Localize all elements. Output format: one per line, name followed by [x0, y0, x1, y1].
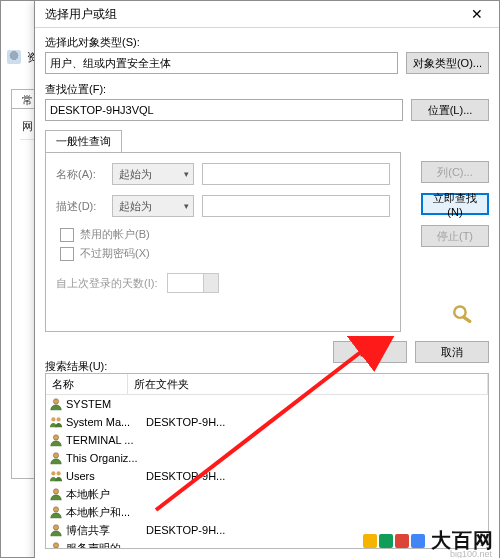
result-folder: DESKTOP-9H...: [146, 416, 486, 428]
close-button[interactable]: ✕: [457, 2, 497, 26]
result-folder: DESKTOP-9H...: [146, 470, 486, 482]
user-icon: [48, 451, 64, 465]
locations-button[interactable]: 位置(L)...: [411, 99, 489, 121]
find-now-button[interactable]: 立即查找(N): [421, 193, 489, 215]
user-icon: [48, 487, 64, 501]
results-body[interactable]: SYSTEMSystem Ma...DESKTOP-9H...TERMINAL …: [46, 395, 488, 549]
results-row[interactable]: UsersDESKTOP-9H...: [46, 467, 488, 485]
results-row[interactable]: System Ma...DESKTOP-9H...: [46, 413, 488, 431]
stop-button[interactable]: 停止(T): [421, 225, 489, 247]
results-row[interactable]: 本地帐户: [46, 485, 488, 503]
cancel-button[interactable]: 取消: [415, 341, 489, 363]
name-label: 名称(A):: [56, 167, 104, 182]
svg-point-5: [53, 435, 58, 440]
days-since-login-label: 自上次登录的天数(I):: [56, 276, 157, 291]
object-type-field[interactable]: [45, 52, 398, 74]
columns-button[interactable]: 列(C)...: [421, 161, 489, 183]
svg-point-3: [51, 417, 55, 421]
chevron-down-icon: ▾: [184, 201, 189, 211]
group-icon: [48, 415, 64, 429]
result-name: 本地帐户: [64, 487, 146, 502]
days-since-login-spinner[interactable]: [167, 273, 219, 293]
svg-point-7: [51, 471, 55, 475]
dialog-title: 选择用户或组: [45, 6, 457, 23]
result-name: SYSTEM: [64, 398, 146, 410]
disabled-accounts-label: 禁用的帐户(B): [80, 227, 150, 242]
result-name: This Organiz...: [64, 452, 146, 464]
svg-point-9: [53, 489, 58, 494]
chevron-down-icon: ▾: [184, 169, 189, 179]
svg-point-8: [57, 471, 61, 475]
select-user-or-group-dialog: 选择用户或组 ✕ 选择此对象类型(S): 对象类型(O)... 查找位置(F):…: [34, 0, 500, 558]
object-types-button[interactable]: 对象类型(O)...: [406, 52, 489, 74]
result-name: 博信共享: [64, 523, 146, 538]
tab-general-query[interactable]: 一般性查询: [45, 130, 122, 153]
location-label: 查找位置(F):: [45, 82, 489, 97]
query-tabs: 一般性查询: [45, 129, 489, 152]
user-icon: [48, 505, 64, 519]
watermark-logo: [363, 534, 425, 548]
never-expire-checkbox[interactable]: [60, 247, 74, 261]
result-name: System Ma...: [64, 416, 146, 428]
svg-point-4: [57, 417, 61, 421]
user-icon: [48, 397, 64, 411]
side-buttons: 列(C)... 立即查找(N) 停止(T): [421, 161, 489, 247]
user-icon: [48, 523, 64, 537]
location-field[interactable]: [45, 99, 403, 121]
watermark-url: big100.net: [450, 549, 492, 558]
column-header-name[interactable]: 名称: [46, 374, 128, 394]
result-name: 服务声明的...: [64, 541, 146, 550]
results-row[interactable]: SYSTEM: [46, 395, 488, 413]
result-name: TERMINAL ...: [64, 434, 146, 446]
object-type-label: 选择此对象类型(S):: [45, 35, 489, 50]
search-icon: [451, 303, 477, 321]
result-name: 本地帐户和...: [64, 505, 146, 520]
folder-icon: [7, 50, 21, 64]
description-mode-value: 起始为: [119, 199, 152, 214]
group-icon: [48, 469, 64, 483]
never-expire-label: 不过期密码(X): [80, 246, 150, 261]
results-list: 名称 所在文件夹 SYSTEMSystem Ma...DESKTOP-9H...…: [45, 373, 489, 549]
user-icon: [48, 433, 64, 447]
svg-point-10: [53, 507, 58, 512]
results-row[interactable]: 本地帐户和...: [46, 503, 488, 521]
description-query-input[interactable]: [202, 195, 390, 217]
results-row[interactable]: TERMINAL ...: [46, 431, 488, 449]
results-row[interactable]: This Organiz...: [46, 449, 488, 467]
dialog-actions: 确定 取消: [45, 341, 489, 363]
ok-button[interactable]: 确定: [333, 341, 407, 363]
name-query-input[interactable]: [202, 163, 390, 185]
name-mode-select[interactable]: 起始为 ▾: [112, 163, 194, 185]
svg-point-11: [53, 525, 58, 530]
user-icon: [48, 541, 64, 549]
result-name: Users: [64, 470, 146, 482]
svg-rect-1: [462, 315, 472, 323]
description-mode-select[interactable]: 起始为 ▾: [112, 195, 194, 217]
svg-point-12: [53, 543, 58, 548]
column-header-folder[interactable]: 所在文件夹: [128, 374, 488, 394]
svg-point-2: [53, 399, 58, 404]
name-mode-value: 起始为: [119, 167, 152, 182]
query-panel: 名称(A): 起始为 ▾ 描述(D): 起始为 ▾ 禁用的帐户(B): [45, 152, 401, 332]
results-label: 搜索结果(U):: [45, 359, 107, 374]
disabled-accounts-checkbox[interactable]: [60, 228, 74, 242]
dialog-titlebar: 选择用户或组 ✕: [35, 1, 499, 28]
dialog-content: 选择此对象类型(S): 对象类型(O)... 查找位置(F): 位置(L)...…: [45, 35, 489, 549]
results-header: 名称 所在文件夹: [46, 374, 488, 395]
svg-point-6: [53, 453, 58, 458]
description-label: 描述(D):: [56, 199, 104, 214]
